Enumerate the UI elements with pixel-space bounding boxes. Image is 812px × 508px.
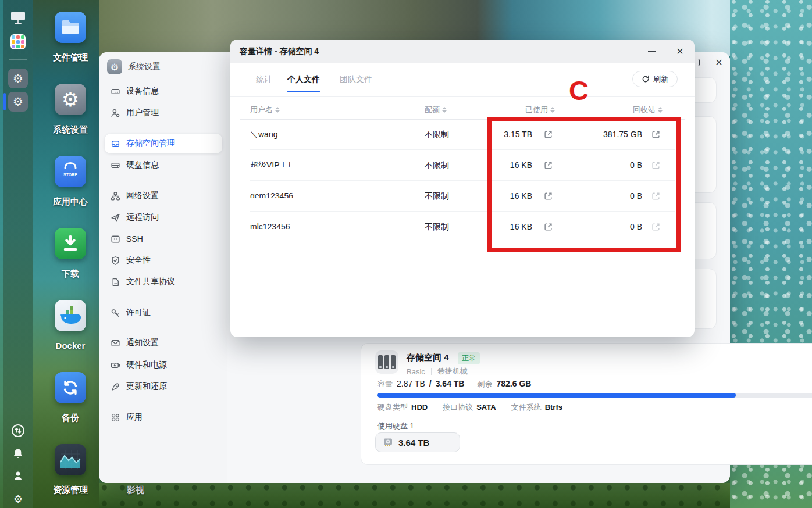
storage-card-subtitle: Basic 希捷机械 — [407, 366, 468, 377]
store-bag-icon: STORE — [55, 156, 86, 187]
bell-icon[interactable] — [8, 446, 28, 462]
paper-plane-icon — [111, 213, 120, 223]
disk-type-value: HDD — [411, 403, 428, 412]
key-icon — [111, 308, 120, 318]
interface-value: SATA — [476, 403, 496, 412]
dock: ⚙ ⚙ ⚙ — [3, 0, 33, 508]
sidebar-item-license[interactable]: 许可证 — [105, 303, 222, 323]
rocket-icon — [111, 382, 120, 392]
capacity-total: 3.64 TB — [436, 379, 465, 388]
tab-team-files[interactable]: 团队文件 — [340, 74, 372, 85]
desktop-icon-system-settings[interactable]: ⚙ — [38, 84, 103, 115]
desktop-icon-app-center[interactable]: STORE — [38, 156, 103, 187]
username-cell: 超级VIP工厂 — [250, 160, 296, 167]
tab-statistics[interactable]: 统计 — [256, 74, 272, 85]
minimize-icon[interactable] — [644, 44, 660, 58]
specs-row: 硬盘类型HDD 接口协议SATA 文件系统Btrfs — [377, 402, 562, 413]
network-icon — [111, 191, 120, 201]
sort-icon — [658, 107, 663, 113]
download-icon — [55, 228, 86, 259]
sidebar-item-network-settings[interactable]: 网络设置 — [105, 186, 222, 206]
desktop-monitor-icon[interactable] — [10, 9, 26, 26]
sidebar-item-security[interactable]: 安全性 — [105, 251, 222, 270]
status-badge: 正常 — [458, 352, 480, 364]
desktop-icon-label[interactable]: 资源管理 — [30, 485, 111, 496]
capacity-progress-bar — [377, 393, 812, 398]
transfer-icon[interactable] — [8, 423, 28, 438]
close-icon[interactable]: ✕ — [713, 56, 725, 69]
remaining-value: 782.6 GB — [496, 379, 531, 388]
header-used[interactable]: 已使用 — [525, 105, 555, 115]
header-recycle-bin[interactable]: 回收站 — [633, 105, 663, 115]
divider — [431, 368, 432, 375]
capacity-used: 2.87 TB — [397, 379, 425, 388]
apps-grid-icon — [111, 413, 120, 423]
desktop-icon-docker[interactable] — [38, 300, 103, 331]
sidebar-item-device-info[interactable]: 设备信息 — [105, 81, 222, 101]
disk-chip[interactable]: 3.64 TB — [375, 432, 460, 452]
active-tab-indicator — [287, 91, 320, 92]
terminal-icon — [111, 234, 120, 244]
header-username[interactable]: 用户名 — [250, 105, 280, 115]
sidebar-item-ssh[interactable]: SSH — [105, 229, 222, 249]
storage-card-title: 存储空间 4 — [407, 352, 449, 363]
dialog-titlebar: 容量详情 - 存储空间 4 ✕ — [230, 40, 695, 63]
file-protocol-icon — [111, 277, 120, 287]
desktop-icon-file-manager[interactable] — [38, 12, 103, 43]
desktop-icon-download[interactable] — [38, 228, 103, 259]
app-grid-icon[interactable] — [10, 34, 26, 50]
capacity-progress-fill — [377, 393, 736, 398]
settings-sidebar: ⚙ 系统设置 设备信息 用户管理 存储空间管理 硬盘信息 网络设置 远程访问 — [99, 52, 227, 483]
settings-title: 系统设置 — [128, 62, 161, 72]
running-app-settings-active-icon[interactable]: ⚙ — [8, 92, 28, 112]
quota-cell: 不限制 — [425, 130, 449, 140]
sidebar-item-user-management[interactable]: 用户管理 — [105, 103, 222, 123]
sort-icon — [275, 107, 280, 113]
sidebar-item-apps[interactable]: 应用 — [105, 407, 222, 427]
table-header-row: 用户名 配额 已使用 回收站 — [230, 102, 695, 119]
refresh-button[interactable]: 刷新 — [632, 71, 678, 87]
quota-cell: 不限制 — [425, 160, 449, 171]
close-icon[interactable]: ✕ — [672, 44, 688, 58]
capacity-row: 容量 2.87 TB / 3.64 TB 剩余 782.6 GB — [377, 379, 531, 389]
drive-brand: 希捷机械 — [437, 366, 468, 377]
sort-icon — [550, 107, 555, 113]
sidebar-item-file-sharing-protocol[interactable]: 文件共享协议 — [105, 272, 222, 292]
desktop-icon-resource-manager[interactable] — [38, 444, 103, 475]
desktop-icon-backup[interactable] — [38, 372, 103, 403]
disks-used-label: 使用硬盘 1 — [377, 421, 414, 431]
device-info-icon — [111, 87, 120, 96]
storage-space-4-card: 存储空间 4 正常 Basic 希捷机械 ⋯ 容量 2.87 TB / 3.64… — [361, 343, 812, 465]
hard-disk-icon — [111, 160, 120, 170]
username-cell: ＼wang — [250, 130, 277, 140]
folder-icon — [55, 12, 86, 43]
desktop-icon-label-movies[interactable]: 影视 — [106, 485, 165, 496]
sidebar-item-hardware-power[interactable]: 硬件和电源 — [105, 355, 222, 375]
quota-cell: 不限制 — [425, 222, 449, 232]
sync-icon — [55, 372, 86, 403]
settings-gear-icon: ⚙ — [107, 59, 122, 74]
storage-inbox-icon — [111, 139, 120, 149]
gear-icon[interactable]: ⚙ — [8, 492, 28, 507]
sidebar-item-update-restore[interactable]: 更新和还原 — [105, 377, 222, 396]
annotation-letter: C — [569, 77, 589, 104]
tabs-separator — [230, 96, 695, 97]
tab-personal-files[interactable]: 个人文件 — [287, 74, 320, 85]
quota-cell: 不限制 — [425, 191, 449, 202]
raid-type: Basic — [407, 367, 425, 376]
interface-label: 接口协议 — [443, 403, 473, 412]
sidebar-item-disk-info[interactable]: 硬盘信息 — [105, 155, 222, 175]
sidebar-item-notification-settings[interactable]: 通知设置 — [105, 333, 222, 353]
wallpaper-foliage — [99, 483, 730, 508]
capacity-label: 容量 — [377, 379, 393, 389]
filesystem-value: Btrfs — [545, 403, 562, 412]
header-quota[interactable]: 配额 — [425, 105, 447, 115]
running-app-settings-icon[interactable]: ⚙ — [8, 69, 28, 88]
active-app-indicator — [3, 93, 6, 110]
sidebar-item-storage-management[interactable]: 存储空间管理 — [105, 134, 222, 153]
username-cell: mlc123456 — [250, 222, 290, 229]
svg-text:STORE: STORE — [63, 173, 77, 177]
user-icon[interactable] — [8, 468, 28, 484]
sidebar-item-remote-access[interactable]: 远程访问 — [105, 208, 222, 227]
power-battery-icon — [111, 360, 120, 370]
